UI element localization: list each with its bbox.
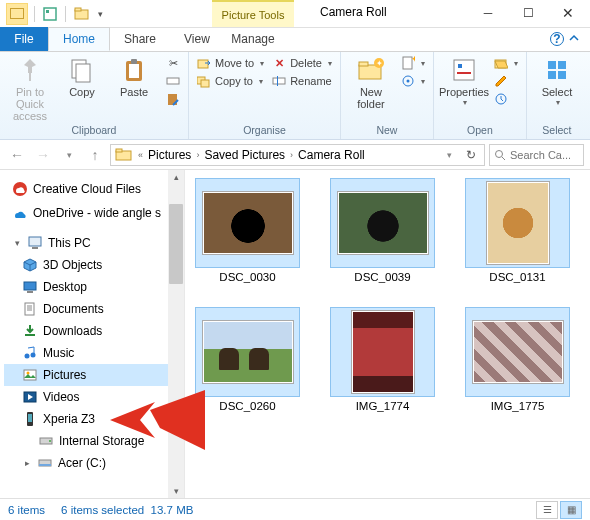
copy-to-icon — [197, 74, 211, 88]
svg-rect-16 — [277, 76, 278, 86]
tree-creative-cloud[interactable]: Creative Cloud Files — [4, 178, 184, 200]
scroll-down-icon[interactable]: ▾ — [174, 484, 179, 498]
recent-locations-button[interactable]: ▾ — [58, 144, 80, 166]
cut-button[interactable]: ✂ — [164, 55, 182, 71]
svg-rect-14 — [201, 80, 209, 87]
file-item[interactable]: DSC_0131 — [465, 178, 570, 283]
tree-onedrive[interactable]: OneDrive - wide angle s — [4, 202, 184, 224]
tree-documents[interactable]: Documents — [4, 298, 184, 320]
copy-to-button[interactable]: Copy to▾ — [195, 73, 266, 89]
help-icon[interactable]: ? — [550, 32, 564, 46]
close-button[interactable]: ✕ — [548, 0, 588, 26]
crumb-saved-pictures[interactable]: Saved Pictures — [202, 148, 287, 162]
open-button[interactable]: ▾ — [492, 55, 520, 71]
new-item-button[interactable]: ✦▾ — [399, 55, 427, 71]
move-to-icon — [197, 56, 211, 70]
delete-button[interactable]: ✕ Delete▾ — [270, 55, 334, 71]
tree-xperia-z3[interactable]: Xperia Z3 — [4, 408, 184, 430]
move-to-button[interactable]: Move to▾ — [195, 55, 266, 71]
file-item[interactable]: IMG_1774 — [330, 307, 435, 412]
search-input[interactable] — [510, 149, 570, 161]
paste-icon — [119, 55, 149, 85]
qat-properties-icon[interactable] — [43, 7, 57, 21]
expand-icon[interactable]: ▸ — [22, 458, 32, 468]
crumb-camera-roll[interactable]: Camera Roll — [296, 148, 367, 162]
collapse-ribbon-icon[interactable] — [568, 32, 582, 46]
new-folder-button[interactable]: ✦ New folder — [347, 55, 395, 110]
svg-rect-39 — [24, 282, 36, 290]
file-tab[interactable]: File — [0, 27, 48, 51]
drive-icon — [37, 455, 53, 471]
content-pane[interactable]: DSC_0030DSC_0039DSC_0131DSC_0260IMG_1774… — [185, 170, 590, 498]
system-menu-icon[interactable] — [6, 3, 28, 25]
file-item[interactable]: DSC_0039 — [330, 178, 435, 283]
crumb-pictures[interactable]: Pictures — [146, 148, 193, 162]
tree-desktop[interactable]: Desktop — [4, 276, 184, 298]
select-button[interactable]: Select ▾ — [533, 55, 581, 107]
file-item[interactable]: DSC_0030 — [195, 178, 300, 283]
edit-button[interactable] — [492, 73, 520, 89]
address-dropdown-icon[interactable]: ▾ — [438, 144, 460, 166]
qat-dropdown-icon[interactable]: ▾ — [98, 9, 108, 19]
tree-label: Desktop — [43, 280, 87, 294]
copy-path-button[interactable] — [164, 73, 182, 89]
manage-tab[interactable]: Manage — [212, 27, 294, 51]
history-button[interactable] — [492, 91, 520, 107]
chevron-right-icon[interactable]: « — [135, 150, 146, 160]
rename-button[interactable]: Rename — [270, 73, 334, 89]
copy-button[interactable]: Copy — [58, 55, 106, 98]
file-name-label: DSC_0260 — [219, 400, 275, 412]
tree-acer-c[interactable]: ▸Acer (C:) — [4, 452, 184, 474]
chevron-right-icon[interactable]: › — [287, 150, 296, 160]
minimize-button[interactable]: ─ — [468, 0, 508, 26]
svg-point-43 — [25, 354, 30, 359]
scroll-thumb[interactable] — [169, 204, 183, 284]
tree-this-pc[interactable]: ▾ This PC — [4, 232, 184, 254]
tree-downloads[interactable]: Downloads — [4, 320, 184, 342]
pin-to-quick-access-button[interactable]: Pin to Quick access — [6, 55, 54, 122]
easy-access-button[interactable]: ▾ — [399, 73, 427, 89]
forward-button[interactable]: → — [32, 144, 54, 166]
thumbnails-view-button[interactable]: ▦ — [560, 501, 582, 519]
documents-icon — [22, 301, 38, 317]
details-view-button[interactable]: ☰ — [536, 501, 558, 519]
up-button[interactable]: ↑ — [84, 144, 106, 166]
svg-rect-18 — [359, 62, 368, 66]
paste-button[interactable]: Paste — [110, 55, 158, 98]
nav-scrollbar[interactable]: ▴ ▾ — [168, 170, 184, 498]
tree-internal-storage[interactable]: Internal Storage — [4, 430, 184, 452]
chevron-right-icon[interactable]: › — [193, 150, 202, 160]
maximize-button[interactable]: ☐ — [508, 0, 548, 26]
tree-pictures[interactable]: Pictures — [4, 364, 184, 386]
back-button[interactable]: ← — [6, 144, 28, 166]
qat-newfolder-icon[interactable] — [74, 7, 90, 21]
onedrive-icon — [12, 205, 28, 221]
properties-button[interactable]: Properties ▾ — [440, 55, 488, 107]
expand-icon[interactable]: ▾ — [12, 238, 22, 248]
scroll-up-icon[interactable]: ▴ — [174, 170, 179, 184]
group-organise: Move to▾ Copy to▾ ✕ Delete▾ Rename Organ… — [189, 52, 341, 139]
navigation-pane: Creative Cloud Files OneDrive - wide ang… — [0, 170, 185, 498]
new-item-icon: ✦ — [401, 56, 415, 70]
breadcrumb-box[interactable]: « Pictures › Saved Pictures › Camera Rol… — [110, 144, 485, 166]
refresh-button[interactable]: ↻ — [460, 148, 482, 162]
downloads-icon — [22, 323, 38, 339]
select-label: Select — [542, 86, 573, 98]
contextual-tab-group: Picture Tools — [212, 0, 294, 27]
home-tab[interactable]: Home — [48, 27, 110, 51]
file-item[interactable]: DSC_0260 — [195, 307, 300, 412]
pin-icon — [15, 55, 45, 85]
svg-rect-41 — [25, 303, 34, 315]
paste-shortcut-button[interactable] — [164, 91, 182, 107]
svg-rect-53 — [39, 464, 51, 466]
open-icon — [494, 56, 508, 70]
paste-label: Paste — [120, 86, 148, 98]
tree-label: Videos — [43, 390, 79, 404]
copy-to-label: Copy to — [215, 75, 253, 87]
tree-music[interactable]: Music — [4, 342, 184, 364]
search-box[interactable] — [489, 144, 584, 166]
share-tab[interactable]: Share — [110, 27, 170, 51]
tree-3d-objects[interactable]: 3D Objects — [4, 254, 184, 276]
tree-videos[interactable]: Videos — [4, 386, 184, 408]
file-item[interactable]: IMG_1775 — [465, 307, 570, 412]
